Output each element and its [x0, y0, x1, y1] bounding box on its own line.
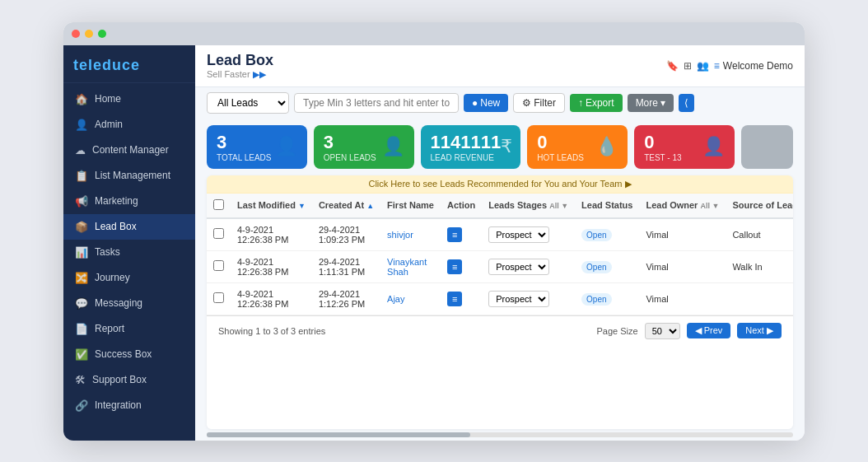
stats-row: 3 TOTAL LEADS 👤 3 OPEN LEADS 👤 1141111 [195, 119, 805, 175]
sidebar-item-tasks[interactable]: 📊 Tasks [63, 240, 195, 265]
sidebar-item-marketing[interactable]: 📢 Marketing [63, 189, 195, 214]
share-icon: ⟨ [684, 97, 688, 109]
report-icon: 📄 [75, 323, 88, 335]
next-button[interactable]: Next ▶ [737, 323, 782, 338]
logo-accent: duce [102, 57, 140, 73]
col-first-name[interactable]: First Name [380, 194, 441, 218]
stat-total-icon: 👤 [275, 136, 297, 157]
sidebar-label-content: Content Manager [92, 144, 169, 156]
page-size-label: Page Size [596, 326, 637, 336]
page-subtitle: Sell Faster ▶▶ [207, 69, 273, 80]
export-button[interactable]: ↑ Export [570, 94, 623, 112]
successbox-icon: ✅ [75, 348, 88, 361]
sidebar-item-home[interactable]: 🏠 Home [63, 86, 195, 112]
topbar-left: Lead Box Sell Faster ▶▶ [207, 52, 273, 80]
row-last-modified: 4-9-2021 12:26:38 PM [231, 218, 312, 251]
col-leads-stage[interactable]: Leads Stages All ▼ [482, 194, 575, 218]
row-checkbox [207, 282, 231, 315]
stat-hot-number: 0 [537, 132, 584, 153]
messaging-icon: 💬 [75, 297, 88, 310]
content-icon: ☁ [75, 144, 86, 156]
sidebar-label-home: Home [95, 93, 121, 105]
row-select-checkbox[interactable] [213, 228, 224, 239]
prev-button[interactable]: ◀ Prev [687, 323, 731, 338]
row-select-checkbox[interactable] [213, 292, 224, 303]
sidebar-item-leadbox[interactable]: 📦 Lead Box [63, 214, 195, 240]
row-first-name: shivjor [380, 218, 441, 251]
action-icon-button[interactable]: ≡ [447, 259, 462, 274]
sidebar-label-report: Report [95, 323, 124, 334]
col-last-modified[interactable]: Last Modified ▼ [231, 194, 312, 218]
supportbox-icon: 🛠 [75, 374, 86, 386]
alert-banner[interactable]: Click Here to see Leads Recommended for … [207, 175, 793, 194]
plus-icon: ● [472, 97, 478, 109]
row-source: Callout [726, 218, 793, 251]
sidebar-item-integration[interactable]: 🔗 Integration [63, 393, 195, 418]
tasks-icon: 📊 [75, 246, 88, 259]
stat-open-icon: 👤 [382, 136, 404, 157]
leads-stage-select[interactable]: Prospect [488, 226, 549, 243]
marketing-icon: 📢 [75, 195, 88, 208]
col-lead-owner[interactable]: Lead Owner All ▼ [639, 194, 726, 218]
row-action: ≡ [441, 218, 482, 251]
more-button[interactable]: More ▾ [628, 94, 674, 112]
col-action: Action [441, 194, 482, 218]
sidebar-item-content[interactable]: ☁ Content Manager [63, 138, 195, 163]
stat-hot-icon: 💧 [595, 136, 618, 157]
stat-test[interactable]: 0 TEST - 13 👤 [634, 125, 735, 169]
sidebar-item-list[interactable]: 📋 List Management [63, 163, 195, 189]
new-button[interactable]: ● New [464, 94, 508, 112]
sidebar-label-admin: Admin [95, 119, 123, 130]
leads-stage-select[interactable]: Prospect [488, 259, 549, 275]
sidebar-item-supportbox[interactable]: 🛠 Support Box [63, 367, 195, 393]
stat-hot-leads[interactable]: 0 HOT LEADS 💧 [527, 125, 628, 169]
horizontal-scrollbar[interactable] [207, 432, 793, 437]
logo: teleduce [63, 45, 195, 83]
action-icon-button[interactable]: ≡ [447, 292, 462, 306]
row-created-at: 29-4-2021 1:11:31 PM [312, 250, 380, 282]
sidebar-item-successbox[interactable]: ✅ Success Box [63, 342, 195, 367]
stat-total-leads[interactable]: 3 TOTAL LEADS 👤 [207, 125, 307, 169]
search-input[interactable] [294, 93, 459, 113]
row-action: ≡ [441, 282, 482, 315]
minimize-dot [85, 30, 93, 38]
col-source[interactable]: Source of Lead All ▼ [726, 194, 793, 218]
export-icon: ↑ [578, 97, 583, 109]
row-created-at: 29-4-2021 1:09:23 PM [312, 218, 380, 251]
leads-stage-select[interactable]: Prospect [488, 291, 549, 307]
filter-button[interactable]: ⚙ Filter [513, 93, 565, 113]
leadbox-icon: 📦 [75, 221, 88, 233]
share-button[interactable]: ⟨ [679, 94, 694, 112]
topbar-right: 🔖 ⊞ 👥 ≡ Welcome Demo [666, 60, 793, 72]
lead-name-link[interactable]: Vinaykant Shah [387, 257, 427, 277]
row-lead-status: Open [575, 218, 639, 251]
sidebar-item-journey[interactable]: 🔀 Journey [63, 265, 195, 291]
bookmark-icon[interactable]: 🔖 [666, 60, 679, 72]
select-all-checkbox[interactable] [213, 199, 224, 210]
sidebar-label-supportbox: Support Box [92, 374, 147, 385]
browser-bar [63, 22, 805, 45]
table-row: 4-9-2021 12:26:38 PM 29-4-2021 1:11:31 P… [207, 250, 793, 282]
row-select-checkbox[interactable] [213, 260, 224, 271]
sidebar-item-messaging[interactable]: 💬 Messaging [63, 291, 195, 316]
stat-revenue-icon: ₹ [501, 136, 512, 157]
sidebar-item-admin[interactable]: 👤 Admin [63, 112, 195, 138]
home-icon: 🏠 [75, 93, 88, 105]
table-row: 4-9-2021 12:26:38 PM 29-4-2021 1:09:23 P… [207, 218, 793, 251]
sidebar-item-report[interactable]: 📄 Report [63, 316, 195, 342]
col-created-at[interactable]: Created At ▲ [312, 194, 380, 218]
action-icon-button[interactable]: ≡ [447, 227, 462, 242]
stat-open-leads[interactable]: 3 OPEN LEADS 👤 [314, 125, 414, 169]
pagination-info: Showing 1 to 3 of 3 entries [218, 326, 325, 336]
users-icon[interactable]: 👥 [697, 60, 709, 72]
lead-name-link[interactable]: Ajay [387, 294, 404, 304]
stat-revenue[interactable]: 1141111 LEAD REVENUE ₹ [421, 125, 521, 169]
top-bar: Lead Box Sell Faster ▶▶ 🔖 ⊞ 👥 ≡ [195, 45, 805, 87]
sidebar-label-tasks: Tasks [95, 246, 120, 258]
leads-filter-dropdown[interactable]: All Leads [207, 92, 289, 114]
lead-name-link[interactable]: shivjor [387, 230, 413, 240]
page-size-select[interactable]: 50 [645, 323, 680, 339]
stat-extra [741, 125, 793, 169]
stat-test-label: TEST - 13 [644, 153, 681, 162]
grid-icon[interactable]: ⊞ [684, 60, 692, 72]
